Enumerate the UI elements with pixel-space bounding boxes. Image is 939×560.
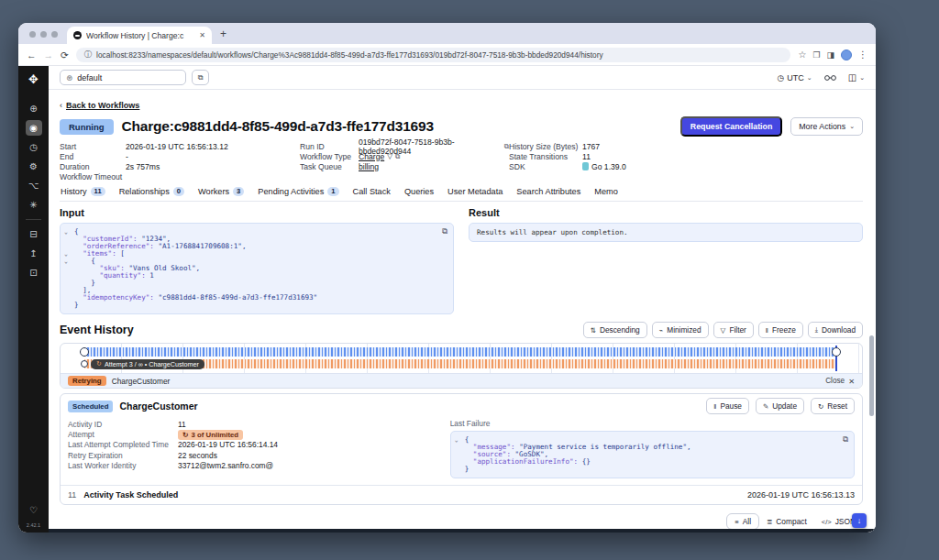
more-actions-button[interactable]: More Actions⌄ [790, 117, 863, 136]
workflow-tab[interactable]: Memo [593, 187, 619, 201]
result-placeholder: Results will appear upon completion. [469, 223, 863, 242]
collapse-icon[interactable]: ⌄ [64, 258, 68, 265]
task-queue-label: Task Queue [300, 162, 359, 171]
close-button[interactable]: Close✕ [825, 377, 855, 386]
state-transitions-value: 11 [582, 152, 591, 161]
event-summary-row[interactable]: 11 Activity Task Scheduled 2026-01-19 UT… [61, 485, 862, 504]
retry-icon: ↻ [182, 431, 189, 439]
bookmark-star-icon[interactable]: ☆ [798, 49, 806, 60]
sidebar-item-batch-operations[interactable]: ⚙ [26, 159, 42, 174]
event-summary-label: Activity Task Scheduled [83, 490, 178, 500]
layout-icon: ◫ [848, 72, 856, 82]
pencil-icon: ✎ [763, 402, 768, 411]
minimize-window-button[interactable] [40, 31, 47, 38]
request-cancellation-button[interactable]: Request Cancellation [680, 116, 782, 137]
view-compact-button[interactable]: ≣Compact [759, 514, 814, 529]
tab-count-badge: 0 [173, 187, 184, 196]
workflow-type-link[interactable]: Charge [359, 152, 384, 161]
browser-tab[interactable]: Workflow History | Charge:c ✕ [67, 27, 212, 44]
sidebar-item-feedback[interactable]: ⊡ [26, 265, 42, 280]
back-icon[interactable]: ← [27, 49, 37, 60]
minimized-button[interactable]: ⌁Minimized [652, 322, 709, 338]
funnel-icon: ▽ [721, 326, 726, 335]
namespace-external-link-button[interactable]: ⧉ [192, 70, 209, 85]
tab-search-icon[interactable]: ❐ [812, 50, 820, 60]
workflow-tab[interactable]: Search Attributes [515, 187, 581, 201]
sidebar-item-import[interactable]: ↥ [26, 246, 42, 261]
filter-icon[interactable]: ▽ [387, 152, 392, 160]
address-bar[interactable]: ⓘ localhost:8233/namespaces/default/work… [76, 48, 791, 62]
collapse-icon[interactable]: ⌄ [64, 250, 68, 258]
window-bottom-edge [49, 529, 876, 533]
namespace-select[interactable]: ⊛ default [60, 70, 186, 85]
site-info-icon[interactable]: ⓘ [84, 49, 92, 60]
sidebar-item-schedules[interactable]: ◷ [26, 139, 42, 155]
side-panel-icon[interactable]: ◨ [826, 50, 834, 60]
sdk-value: Go 1.39.0 [591, 162, 626, 171]
browser-toolbar: ← → ⟳ ⓘ localhost:8233/namespaces/defaul… [18, 44, 876, 66]
workflow-tab[interactable]: Call Stack [352, 187, 392, 201]
copy-icon[interactable]: ⧉ [843, 435, 848, 443]
freeze-button[interactable]: ‖Freeze [758, 322, 803, 338]
update-button[interactable]: ✎Update [756, 398, 804, 414]
window-controls[interactable] [29, 31, 58, 38]
profile-avatar[interactable] [841, 49, 852, 60]
filter-button[interactable]: ▽Filter [713, 322, 754, 338]
workflow-tab[interactable]: Queries [403, 187, 435, 201]
sdk-label: SDK [509, 162, 582, 171]
workflow-tab[interactable]: Workers 3 [197, 187, 245, 201]
app-topbar: ⊛ default ⧉ ◷ UTC ⌄ [49, 66, 876, 90]
timezone-select[interactable]: ◷ UTC ⌄ [777, 73, 812, 82]
task-queue-link[interactable]: billing [359, 162, 379, 171]
download-button[interactable]: ⤓Download [808, 322, 863, 338]
workflow-header: Running Charge:c9881dd4-8f85-499d-a7d3-f… [60, 116, 863, 137]
timeline[interactable]: ↻ Attempt 3 / ∞ • ChargeCustomer [61, 344, 862, 373]
forward-icon[interactable]: → [44, 49, 54, 60]
timezone-value: UTC [787, 73, 804, 82]
close-window-button[interactable] [29, 31, 36, 38]
tab-count-badge: 11 [91, 187, 105, 196]
download-icon: ⤓ [815, 325, 818, 335]
collapse-icon[interactable]: ⌄ [455, 436, 458, 444]
pause-icon: ‖ [766, 326, 768, 335]
scroll-to-bottom-button[interactable]: ↓ [852, 513, 867, 528]
sidebar-item-workflows[interactable]: ⊕ [26, 101, 42, 116]
collapse-icon[interactable]: ⌄ [64, 228, 68, 236]
new-tab-button[interactable]: + [220, 28, 226, 39]
temporal-logo-icon[interactable]: ✥ [28, 72, 39, 86]
reload-icon[interactable]: ⟳ [61, 49, 69, 60]
sidebar-item-nexus[interactable]: ✳ [26, 197, 42, 213]
copy-icon[interactable]: ⧉ [395, 152, 400, 161]
sort-descending-button[interactable]: ⇅Descending [583, 322, 647, 338]
timeline-end-marker[interactable] [832, 347, 841, 357]
view-all-button[interactable]: ≡All [726, 513, 759, 530]
workflow-tab[interactable]: Pending Activities 1 [257, 187, 339, 201]
menu-kebab-icon[interactable]: ⋮ [858, 49, 867, 60]
reset-button[interactable]: ↻Reset [811, 398, 855, 414]
heart-icon[interactable]: ♡ [26, 502, 42, 518]
activity-name: ChargeCustomer [119, 401, 197, 412]
layout-select[interactable]: ◫ ⌄ [848, 72, 865, 82]
pause-button[interactable]: ‖Pause [706, 398, 749, 414]
back-to-workflows-link[interactable]: ‹ Back to Workflows [60, 101, 139, 110]
tab-close-icon[interactable]: ✕ [199, 31, 205, 39]
sidebar-item-current-page[interactable]: ◉ [26, 120, 42, 136]
workflow-timeline-bar[interactable] [84, 347, 836, 357]
timeline-start-marker[interactable] [80, 347, 89, 357]
zoom-window-button[interactable] [51, 31, 58, 38]
copy-icon[interactable]: ⧉ [442, 227, 447, 235]
last-failure-code-block: ⧉ ⌄ { "message": "Payment service is tem… [450, 431, 855, 478]
sidebar-item-archive[interactable]: ⊟ [26, 226, 42, 242]
retrying-badge: Retrying [68, 376, 106, 386]
event-history-heading: Event History [60, 324, 134, 336]
page-scrollbar[interactable] [869, 335, 874, 416]
sidebar-item-deployments[interactable]: ⌥ [26, 178, 42, 193]
sort-icon: ⇅ [591, 326, 596, 335]
metadata-row: Duration 2s 757ms [60, 161, 300, 171]
metadata-column-3: History Size (Bytes) 1767 State Transiti… [509, 141, 729, 181]
workflow-tab[interactable]: History 11 [60, 187, 106, 201]
workflow-tab[interactable]: Relationships 0 [118, 187, 185, 201]
labs-glasses-icon[interactable] [824, 74, 836, 82]
activity-start-marker[interactable] [81, 360, 88, 368]
workflow-tab[interactable]: User Metadata [447, 187, 503, 201]
